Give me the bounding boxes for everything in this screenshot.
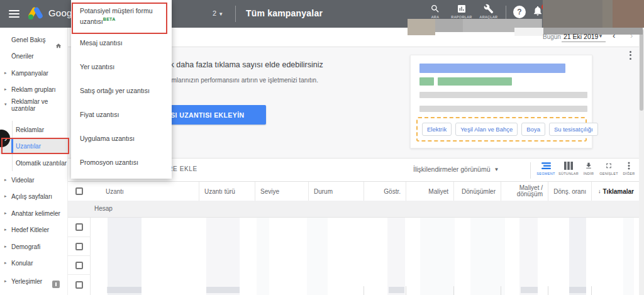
sidebar-item-otomatik-uzantilar[interactable]: Otomatik uzantılar [0, 158, 68, 168]
sidebar-item-reklam-gruplari[interactable]: ▸ Reklam grupları [0, 84, 68, 94]
sitelink-chip[interactable]: Elektrik [422, 123, 452, 136]
sidebar-item-reklamlar[interactable]: Reklamlar [0, 125, 68, 135]
column-header-gostr[interactable]: Göstr. [364, 182, 406, 201]
columns-icon [564, 162, 573, 170]
help-button[interactable]: ? [513, 6, 526, 18]
preview-url-badge [419, 77, 434, 86]
date-range-prefix: Bugün [543, 33, 561, 40]
more-button[interactable]: DİĞER [618, 162, 640, 175]
sitelinks-highlight-box: Elektrik Yeşil Alan ve Bahçe Boya Su tes… [416, 117, 587, 142]
header-divider [235, 6, 236, 22]
menu-item-satis-ortagi-yer-uzantisi[interactable]: Satış ortağı yer uzantısı [71, 87, 172, 94]
table-group-label: Hesap [94, 205, 113, 212]
reports-button[interactable]: RAPORLAR [448, 4, 475, 19]
expand-arrow-icon: ▸ [4, 70, 7, 75]
sidebar-item-demografi[interactable]: ▸ Demografi [0, 242, 68, 252]
sidebar-item-hedef-kitleler[interactable]: ▸ Hedef Kitleler [0, 225, 68, 235]
redacted-block [514, 28, 543, 36]
chevron-down-icon: ▼ [494, 167, 499, 172]
segment-icon [541, 162, 551, 170]
promo-more-options-icon[interactable] [627, 49, 633, 61]
menu-item-promosyon-uzantisi[interactable]: Promosyon uzantısı [71, 159, 172, 166]
redacted-block [543, 0, 602, 28]
expand-icon [604, 162, 613, 170]
table-row-checkbox-cell [68, 275, 91, 295]
sidebar-item-videolar[interactable]: ▸ Videolar [0, 175, 68, 185]
ad-preview-card: Elektrik Yeşil Alan ve Bahçe Boya Su tes… [410, 55, 592, 148]
column-header-maliyet[interactable]: Maliyet [406, 182, 453, 201]
segment-button[interactable]: SEGMENT [535, 162, 557, 175]
sidebar-item-kampanyalar[interactable]: ▸ Kampanyalar [0, 68, 68, 78]
vertical-scrollbar-thumb[interactable] [640, 29, 643, 111]
redacted-cell-band [307, 218, 328, 295]
redacted-cell-band [470, 218, 505, 295]
menu-item-yer-uzantisi[interactable]: Yer uzantısı [71, 63, 172, 70]
account-selector[interactable]: 2 ▼ [213, 9, 223, 17]
attribution-view-selector[interactable]: İlişkilendirmeler görünümü ▼ [413, 165, 499, 173]
table-row-checkbox-cell [68, 256, 91, 275]
feedback-badge-icon[interactable] [52, 281, 60, 288]
column-header-maliyet-donusum[interactable]: Maliyet / dönüşüm [501, 182, 548, 201]
date-underline [562, 42, 606, 42]
sidebar-item-konular[interactable]: ▸ Konular [0, 258, 68, 268]
redacted-cell-band [519, 218, 538, 295]
redacted-cell [206, 287, 240, 293]
column-divider [548, 286, 548, 295]
sitelink-chip[interactable]: Yeşil Alan ve Bahçe [455, 123, 518, 136]
row-checkbox[interactable] [75, 262, 83, 269]
expand-arrow-icon: ▸ [4, 211, 7, 216]
column-header-seviye[interactable]: Seviye [255, 182, 308, 201]
date-range-value[interactable]: 21 Eki 2019 [564, 33, 598, 40]
menu-item-potansiyel-musteri-formu[interactable]: Potansiyel müşteri formu uzantısıBETA [71, 6, 165, 26]
column-divider [364, 286, 364, 295]
sidebar-item-uzantilar[interactable]: Uzantılar [0, 141, 68, 151]
column-divider [406, 286, 406, 295]
expand-arrow-icon: ▸ [4, 279, 7, 284]
beta-badge: BETA [103, 17, 116, 21]
tools-button[interactable]: ARAÇLAR [475, 4, 502, 19]
menu-item-fiyat-uzantisi[interactable]: Fiyat uzantısı [71, 111, 172, 118]
date-caret-icon[interactable]: ▼ [598, 33, 603, 39]
columns-button[interactable]: SÜTUNLAR [558, 162, 579, 175]
expand-button[interactable]: GENİŞLET [598, 162, 619, 175]
table-group-row [68, 201, 639, 218]
column-header-uzanti-turu[interactable]: Uzantı türü [199, 182, 255, 201]
table-row-checkbox-cell [68, 218, 91, 237]
menu-item-mesaj-uzantisi[interactable]: Mesaj uzantısı [71, 39, 172, 47]
column-header-durum[interactable]: Durum [308, 182, 364, 201]
row-checkbox[interactable] [75, 223, 83, 231]
sitelink-chip[interactable]: Su tesisatçılığı [549, 123, 598, 136]
sidebar-item-genel-bakis[interactable]: Genel Bakış [0, 35, 68, 45]
column-divider [453, 286, 454, 295]
next-period-button[interactable]: › [630, 31, 633, 40]
extension-type-menu: Potansiyel müşteri formu uzantısıBETA Me… [71, 0, 172, 179]
preview-headline-bar [419, 64, 565, 73]
expand-arrow-icon: ▸ [4, 260, 7, 265]
column-header-tiklamalar[interactable]: ↓ Tıklamalar [591, 182, 639, 201]
column-header-dons-orani[interactable]: Dönş. oranı [548, 182, 591, 201]
sidebar-item-acilis-sayfalari[interactable]: ▸ Açılış sayfaları [0, 191, 68, 201]
chevron-right-icon: › [4, 134, 7, 143]
row-checkbox[interactable] [75, 243, 83, 250]
redacted-block [613, 0, 644, 28]
sidebar-item-oneriler[interactable]: Öneriler [0, 51, 68, 61]
sidebar-item-anahtar-kelimeler[interactable]: ▸ Anahtar kelimeler [0, 208, 68, 218]
download-button[interactable]: İNDİR [578, 162, 599, 175]
redacted-cell [389, 287, 404, 293]
sidebar-item-reklamlar-ve-uzantilar[interactable]: ▾ Reklamlar ve uzantılar [0, 97, 63, 113]
hamburger-menu-icon[interactable] [9, 8, 19, 19]
previous-period-button[interactable]: ‹ [613, 31, 615, 40]
search-button[interactable]: ARA [421, 4, 449, 19]
expand-arrow-icon: ▸ [4, 194, 7, 199]
sitelink-chip[interactable]: Boya [521, 123, 545, 136]
column-header-donusumler[interactable]: Dönüşümler [453, 182, 501, 201]
column-header-uzanti[interactable]: Uzantı [91, 182, 199, 201]
menu-item-uygulama-uzantisi[interactable]: Uygulama uzantısı [71, 135, 172, 142]
table-row-checkbox-cell [68, 237, 91, 256]
row-checkbox[interactable] [75, 281, 83, 289]
select-all-checkbox[interactable] [75, 187, 83, 195]
column-divider [591, 286, 592, 295]
reports-icon [457, 4, 467, 14]
expand-arrow-icon: ▸ [4, 227, 7, 232]
redacted-cell [107, 287, 142, 293]
